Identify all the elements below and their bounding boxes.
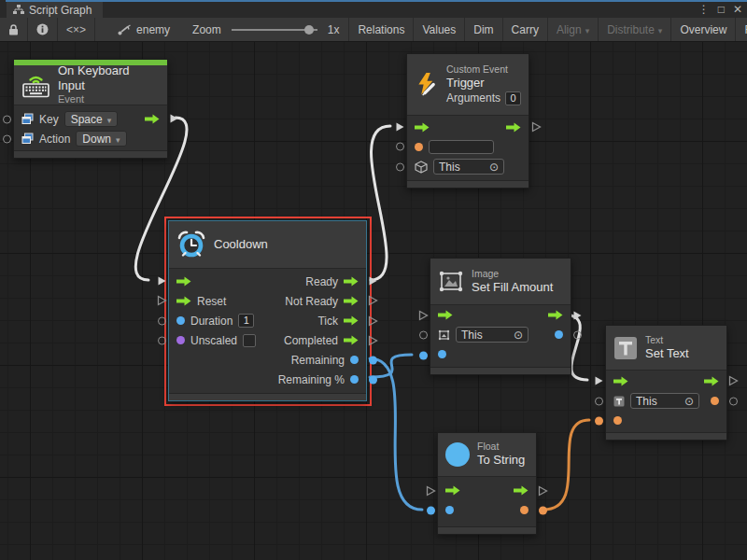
node-title: Trigger: [446, 76, 521, 91]
graph-icon: [118, 24, 131, 35]
close-icon[interactable]: ✕: [733, 3, 742, 16]
zoom-slider-handle[interactable]: [304, 25, 314, 35]
cooldown-notready-port[interactable]: [368, 295, 378, 306]
trigger-name-port[interactable]: [396, 143, 404, 151]
settext-out-port[interactable]: [729, 398, 738, 406]
overview-button[interactable]: Overview: [671, 18, 736, 41]
image-flow-in-port[interactable]: [418, 310, 429, 321]
dim-button[interactable]: Dim: [465, 18, 502, 41]
unscaled-checkbox[interactable]: [243, 334, 256, 347]
output-label: Tick: [317, 315, 338, 328]
more-icon[interactable]: ⋮: [698, 3, 710, 16]
node-cooldown[interactable]: Cooldown Ready Reset Not Ready: [168, 220, 367, 401]
carry-button[interactable]: Carry: [503, 18, 548, 41]
graph-breadcrumb[interactable]: enemy: [95, 18, 179, 41]
tab-script-graph[interactable]: Script Graph: [7, 2, 103, 18]
duration-dot: [176, 316, 185, 325]
node-image-set-fill-amount[interactable]: Image Set Fill Amount This ⊙: [430, 258, 571, 375]
tostring-string-port[interactable]: [539, 507, 547, 515]
settext-value-port[interactable]: [595, 417, 603, 426]
tostring-float-port[interactable]: [427, 507, 435, 515]
duration-field[interactable]: 1: [238, 314, 254, 328]
target-object-field[interactable]: This ⊙: [456, 327, 529, 343]
lock-icon: [8, 24, 19, 35]
wire-cooldown-ready-to-trigger[interactable]: [371, 126, 390, 280]
image-out-dot: [555, 330, 563, 339]
node-on-keyboard-input[interactable]: On Keyboard Input Event Key Space ▾: [13, 59, 168, 159]
zoom-slider[interactable]: [232, 29, 317, 31]
cooldown-completed-port[interactable]: [368, 335, 378, 346]
cooldown-duration-port[interactable]: [158, 317, 166, 326]
settext-target-port[interactable]: [595, 398, 603, 406]
graph-name: enemy: [136, 23, 170, 36]
wire-remaining-to-tostring[interactable]: [370, 358, 422, 510]
enum-icon: [21, 113, 34, 125]
cooldown-ready-port[interactable]: [368, 275, 378, 287]
node-category: Float: [477, 441, 525, 453]
trigger-flow-in-port[interactable]: [395, 121, 405, 133]
code-preview-button[interactable]: <×>: [58, 18, 95, 41]
trigger-flow-out-port[interactable]: [531, 121, 542, 133]
info-button[interactable]: [28, 18, 58, 41]
flow-in-arrow: [445, 485, 460, 496]
cooldown-remaining-port[interactable]: [369, 357, 377, 365]
cooldown-unscaled-port[interactable]: [158, 337, 166, 345]
cooldown-reset-port[interactable]: [157, 295, 167, 306]
image-target-port[interactable]: [419, 331, 428, 340]
settext-flow-in-port[interactable]: [594, 375, 604, 386]
values-button[interactable]: Values: [414, 18, 465, 41]
image-out-port[interactable]: [573, 331, 582, 340]
object-picker-icon[interactable]: ⊙: [489, 161, 499, 173]
focus-indicator: [6, 0, 747, 2]
output-label: Not Ready: [285, 295, 338, 308]
graph-icon: [13, 5, 24, 15]
object-picker-icon[interactable]: ⊙: [684, 396, 694, 407]
node-title: Set Fill Amount: [472, 280, 553, 295]
target-object-field[interactable]: This ⊙: [630, 393, 699, 409]
flow-out-arrow: [506, 122, 521, 133]
chevron-down-icon: ▾: [107, 116, 112, 125]
text-value-dot: [613, 416, 622, 425]
float-icon: [445, 442, 470, 467]
node-category: Custom Event: [446, 63, 521, 76]
gameobject-cube-icon: [415, 161, 428, 174]
arguments-field[interactable]: 0: [505, 91, 521, 105]
object-picker-icon[interactable]: ⊙: [514, 329, 523, 341]
node-float-to-string[interactable]: Float To String: [437, 432, 537, 535]
fullscreen-button[interactable]: Full Screen: [736, 18, 747, 41]
image-flow-out-port[interactable]: [572, 310, 583, 321]
zoom-value: 1x: [328, 23, 340, 36]
action-dropdown[interactable]: Down ▾: [76, 131, 126, 147]
distribute-button[interactable]: Distribute▾: [599, 18, 671, 41]
node-footer: [169, 393, 366, 400]
tostring-flow-in-port[interactable]: [426, 485, 436, 497]
keyboard-action-port[interactable]: [3, 135, 11, 144]
tostring-flow-out-port[interactable]: [538, 485, 548, 497]
target-object-field[interactable]: This ⊙: [433, 159, 504, 175]
wire-tostring-to-settext[interactable]: [543, 420, 589, 510]
node-footer: [438, 526, 536, 534]
lock-button[interactable]: [0, 18, 28, 41]
node-custom-event-trigger[interactable]: Custom Event Trigger Arguments 0: [406, 53, 529, 189]
trigger-target-port[interactable]: [396, 163, 404, 172]
settext-flow-out-port[interactable]: [728, 375, 739, 386]
image-fill-amount-port[interactable]: [419, 352, 428, 360]
graph-canvas[interactable]: On Keyboard Input Event Key Space ▾: [0, 42, 747, 560]
keyboard-flow-out-port[interactable]: [169, 113, 179, 124]
remaining-pct-dot: [350, 375, 359, 384]
keyboard-key-port[interactable]: [3, 116, 11, 124]
relations-button[interactable]: Relations: [349, 18, 414, 41]
node-text-set-text[interactable]: Text Set Text This ⊙: [605, 325, 727, 441]
cooldown-tick-port[interactable]: [368, 315, 378, 327]
flow-out-arrow: [514, 485, 529, 496]
flow-out-arrow: [145, 114, 160, 124]
key-dropdown[interactable]: Space ▾: [64, 111, 119, 127]
flow-in-arrow: [415, 122, 430, 133]
tab-title: Script Graph: [29, 4, 92, 17]
cooldown-remaining-pct-port[interactable]: [369, 376, 377, 385]
event-name-input[interactable]: [429, 140, 494, 154]
maximize-icon[interactable]: □: [718, 3, 725, 16]
cooldown-flow-in-port[interactable]: [157, 275, 167, 287]
flow-out-arrow: [344, 335, 359, 345]
align-button[interactable]: Align▾: [548, 18, 599, 41]
